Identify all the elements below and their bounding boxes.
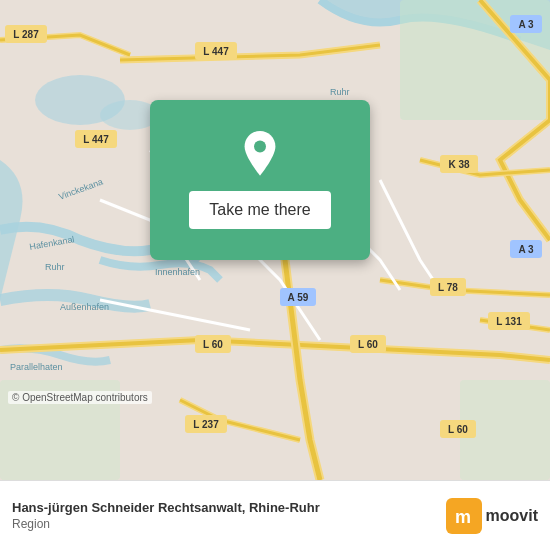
moovit-logo: m moovit [446,498,538,534]
map-container: L 287 L 447 L 447 A 3 K 38 A 59 L 60 L 6… [0,0,550,480]
svg-text:L 60: L 60 [448,424,468,435]
svg-text:m: m [455,507,471,527]
bottom-bar: Hans-jürgen Schneider Rechtsanwalt, Rhin… [0,480,550,550]
svg-text:L 237: L 237 [193,419,219,430]
moovit-icon: m [446,498,482,534]
svg-text:Innenhafen: Innenhafen [155,267,200,277]
svg-text:L 60: L 60 [358,339,378,350]
moovit-text: moovit [486,507,538,525]
svg-text:A 59: A 59 [288,292,309,303]
svg-text:L 447: L 447 [83,134,109,145]
place-info: Hans-jürgen Schneider Rechtsanwalt, Rhin… [12,500,446,531]
location-card: Take me there [150,100,370,260]
place-name: Hans-jürgen Schneider Rechtsanwalt, Rhin… [12,500,446,517]
svg-text:Parallelhaten: Parallelhaten [10,362,63,372]
svg-text:Außenhafen: Außenhafen [60,302,109,312]
svg-text:Ruhr: Ruhr [330,87,350,97]
svg-text:L 60: L 60 [203,339,223,350]
svg-point-39 [254,140,266,152]
svg-text:L 287: L 287 [13,29,39,40]
svg-text:K 38: K 38 [448,159,470,170]
svg-text:Ruhr: Ruhr [45,262,65,272]
svg-text:A 3: A 3 [518,244,534,255]
svg-text:A 3: A 3 [518,19,534,30]
svg-text:L 131: L 131 [496,316,522,327]
svg-text:L 447: L 447 [203,46,229,57]
svg-text:L 78: L 78 [438,282,458,293]
take-me-there-button[interactable]: Take me there [189,191,330,229]
map-copyright: © OpenStreetMap contributors [8,391,152,404]
location-pin-icon [236,131,284,179]
place-region: Region [12,517,446,531]
